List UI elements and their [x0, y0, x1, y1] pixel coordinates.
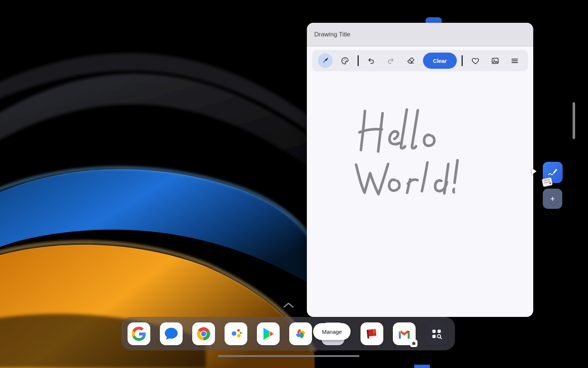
palette-icon: [341, 57, 349, 65]
desktop: Drawing Title: [0, 0, 588, 368]
edge-panel-arrow-icon[interactable]: [532, 168, 537, 175]
window-titlebar[interactable]: Drawing Title: [307, 23, 533, 46]
taskbar-dock: Manage: [121, 317, 455, 350]
hamburger-menu-icon: [510, 57, 519, 65]
drawing-canvas[interactable]: [307, 74, 533, 317]
brush-tool-button[interactable]: [318, 53, 333, 68]
redo-icon: [387, 57, 395, 65]
eraser-button[interactable]: [403, 53, 418, 68]
app-icon-app-search[interactable]: [425, 322, 448, 345]
redo-button[interactable]: [383, 53, 398, 68]
heart-icon: [471, 57, 480, 65]
palette-tool-button[interactable]: [338, 53, 352, 68]
edge-scrollbar[interactable]: [573, 102, 575, 139]
app-grid-search-icon: [429, 326, 444, 342]
app-icon-photos[interactable]: [289, 322, 312, 345]
insert-image-button[interactable]: [488, 53, 502, 68]
book-icon: [364, 326, 380, 342]
favorite-button[interactable]: [468, 53, 483, 68]
window-title: Drawing Title: [314, 31, 350, 38]
app-icon-book[interactable]: [361, 322, 383, 345]
clear-button[interactable]: Clear: [423, 53, 457, 69]
undo-icon: [367, 57, 375, 65]
image-icon: [491, 57, 499, 65]
app-icon-play-store[interactable]: [257, 322, 280, 345]
undo-button[interactable]: [364, 53, 379, 68]
messages-bubble-icon: [164, 326, 179, 342]
drawing-toolbar: Clear: [312, 50, 528, 71]
toolbar-divider: [358, 55, 359, 66]
google-logo-icon: [131, 326, 147, 342]
handwriting-hello-world: [307, 74, 533, 317]
work-profile-badge: [410, 340, 417, 347]
add-panel-button[interactable]: +: [543, 189, 562, 209]
app-icon-chrome[interactable]: [192, 322, 215, 345]
briefcase-icon: [412, 341, 416, 346]
play-store-triangle-icon: [261, 326, 276, 342]
app-icon-gmail[interactable]: [393, 322, 416, 345]
stylus-pen-icon: [547, 167, 559, 178]
menu-button[interactable]: [508, 53, 522, 68]
assistant-dots-icon: [228, 326, 244, 342]
manage-button[interactable]: Manage: [313, 323, 351, 340]
gesture-navigation-bar[interactable]: [218, 355, 359, 357]
drawing-edge-handle-button[interactable]: [543, 162, 563, 183]
brush-icon: [321, 57, 329, 65]
eraser-icon: [406, 57, 415, 65]
app-icon-messages[interactable]: [160, 322, 183, 345]
drawing-app-window: Drawing Title: [307, 23, 533, 317]
app-icon-assistant[interactable]: [225, 322, 247, 345]
photos-pinwheel-icon: [293, 326, 308, 342]
chevron-up-icon[interactable]: [283, 302, 294, 308]
toolbar-divider: [462, 55, 463, 66]
chrome-logo-icon: [196, 326, 211, 342]
app-icon-google[interactable]: [128, 322, 150, 345]
bottom-accent-strip: [414, 365, 430, 368]
gmail-m-icon: [397, 326, 412, 342]
